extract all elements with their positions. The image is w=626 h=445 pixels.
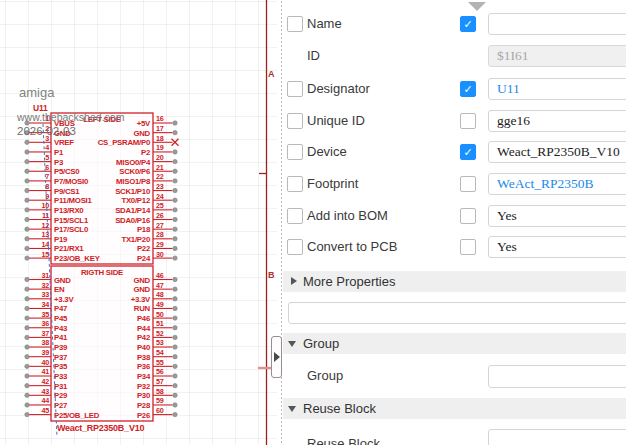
svg-text:P18: P18 xyxy=(137,225,151,234)
svg-text:39: 39 xyxy=(42,348,50,357)
more-properties-section-header[interactable]: More Properties xyxy=(283,271,626,292)
designator-field[interactable]: U11 xyxy=(488,78,626,100)
svg-text:P11/MOSI1: P11/MOSI1 xyxy=(54,196,93,205)
svg-text:48: 48 xyxy=(156,290,164,299)
svg-text:23: 23 xyxy=(156,182,164,191)
convert-to-pcb-visible-checkbox[interactable] xyxy=(460,239,476,255)
device-visible-checkbox[interactable]: ✓ xyxy=(460,144,476,160)
group-field[interactable] xyxy=(488,365,626,388)
svg-text:58: 58 xyxy=(156,387,164,396)
footprint-field[interactable]: WeAct_RP2350B xyxy=(488,173,626,195)
canvas-date-text[interactable]: 2026-02-03 xyxy=(17,125,76,137)
svg-text:46: 46 xyxy=(156,271,164,280)
svg-text:29: 29 xyxy=(156,240,164,249)
convert-to-pcb-field[interactable]: Yes xyxy=(488,236,626,258)
svg-text:SDA0/P16: SDA0/P16 xyxy=(115,216,151,225)
svg-text:54: 54 xyxy=(156,348,164,357)
svg-text:6: 6 xyxy=(45,163,49,172)
designator-visible-checkbox[interactable]: ✓ xyxy=(460,81,476,97)
svg-text:4: 4 xyxy=(45,143,49,152)
name-label: Name xyxy=(307,13,342,35)
extra-properties-field[interactable] xyxy=(288,302,626,324)
group-section-header[interactable]: Group xyxy=(283,333,626,354)
schematic-canvas-svg[interactable]: ABLEFT SIDE1VBUS2GND3VREF4P15P36P5/CS07P… xyxy=(0,0,277,445)
expanded-triangle-icon xyxy=(288,406,296,412)
svg-text:SDA1/P14: SDA1/P14 xyxy=(115,206,151,215)
footprint-label: Footprint xyxy=(307,173,358,195)
svg-text:P28: P28 xyxy=(137,401,151,410)
svg-text:P7/MOSI0: P7/MOSI0 xyxy=(54,177,89,186)
convert-to-pcb-label: Convert to PCB xyxy=(307,236,397,258)
device-select-checkbox[interactable] xyxy=(287,144,303,160)
svg-text:P15/SCL1: P15/SCL1 xyxy=(54,216,89,225)
svg-text:P1: P1 xyxy=(54,148,64,157)
footprint-visible-checkbox[interactable] xyxy=(460,176,476,192)
svg-text:P46: P46 xyxy=(137,314,151,323)
svg-text:43: 43 xyxy=(42,387,50,396)
svg-text:P36: P36 xyxy=(137,362,151,371)
designator-select-checkbox[interactable] xyxy=(287,81,303,97)
svg-text:P38: P38 xyxy=(137,353,151,362)
unique-id-visible-checkbox[interactable] xyxy=(460,113,476,129)
reuse-block-section-header[interactable]: Reuse Block xyxy=(283,398,626,419)
canvas-url-text[interactable]: www.thebackshed.com xyxy=(16,111,125,123)
svg-text:20: 20 xyxy=(156,153,164,162)
svg-text:P23/OB_KEY: P23/OB_KEY xyxy=(54,254,101,263)
reuse-block-field[interactable] xyxy=(488,429,626,445)
svg-text:28: 28 xyxy=(156,230,164,239)
svg-text:35: 35 xyxy=(42,310,50,319)
svg-text:EN: EN xyxy=(54,285,65,294)
svg-text:P40: P40 xyxy=(137,343,151,352)
section-title[interactable]: RIGTH SIDE xyxy=(81,268,123,277)
device-field[interactable]: Weact_RP2350B_V10 xyxy=(488,141,626,163)
add-into-bom-field[interactable]: Yes xyxy=(488,205,626,227)
svg-text:P34: P34 xyxy=(137,372,151,381)
svg-text:30: 30 xyxy=(156,250,164,259)
schematic-canvas[interactable]: ABLEFT SIDE1VBUS2GND3VREF4P15P36P5/CS07P… xyxy=(0,0,277,445)
svg-text:32: 32 xyxy=(42,281,50,290)
svg-text:TX1/P20: TX1/P20 xyxy=(121,235,151,244)
svg-text:P9/CS1: P9/CS1 xyxy=(54,187,80,196)
svg-text:P26: P26 xyxy=(137,411,151,420)
property-row-name: Name ✓ xyxy=(283,13,626,35)
svg-text:P35: P35 xyxy=(54,362,68,371)
name-visible-checkbox[interactable]: ✓ xyxy=(460,16,476,32)
svg-text:GND: GND xyxy=(133,129,150,138)
unique-id-select-checkbox[interactable] xyxy=(287,113,303,129)
property-row-convert-to-pcb: Convert to PCB Yes xyxy=(283,236,626,258)
component-device-text[interactable]: Weact_RP2350B_V10 xyxy=(57,423,144,433)
svg-text:52: 52 xyxy=(156,329,164,338)
svg-text:22: 22 xyxy=(156,172,164,181)
name-select-checkbox[interactable] xyxy=(287,16,303,32)
svg-text:P29: P29 xyxy=(54,391,68,400)
properties-panel: Name ✓ ID $1I61 Designator ✓ U11 Unique … xyxy=(283,0,626,445)
unique-id-label: Unique ID xyxy=(307,110,365,132)
id-label: ID xyxy=(307,45,320,67)
group-section-label: Group xyxy=(303,336,339,351)
svg-text:19: 19 xyxy=(156,143,164,152)
svg-text:P5/CS0: P5/CS0 xyxy=(54,167,80,176)
unique-id-field[interactable]: gge16 xyxy=(488,110,626,132)
svg-text:10: 10 xyxy=(42,201,50,210)
property-row-unique-id: Unique ID gge16 xyxy=(283,110,626,132)
svg-text:P13/RX0: P13/RX0 xyxy=(54,206,84,215)
svg-text:P43: P43 xyxy=(54,324,68,333)
group-label: Group xyxy=(307,365,343,387)
svg-text:34: 34 xyxy=(42,300,50,309)
svg-text:VREF: VREF xyxy=(54,138,74,147)
canvas-note-text[interactable]: amiga xyxy=(19,85,55,100)
add-into-bom-visible-checkbox[interactable] xyxy=(460,208,476,224)
name-field[interactable] xyxy=(488,13,626,35)
svg-text:P39: P39 xyxy=(54,343,68,352)
property-row-footprint: Footprint WeAct_RP2350B xyxy=(283,173,626,195)
svg-text:GND: GND xyxy=(133,276,150,285)
add-into-bom-select-checkbox[interactable] xyxy=(287,208,303,224)
svg-text:27: 27 xyxy=(156,221,164,230)
chevron-down-icon xyxy=(468,2,486,11)
svg-text:17: 17 xyxy=(156,124,164,133)
svg-text:33: 33 xyxy=(42,290,50,299)
svg-text:P41: P41 xyxy=(54,333,68,342)
footprint-select-checkbox[interactable] xyxy=(287,176,303,192)
panel-collapse-handle[interactable] xyxy=(271,336,282,378)
convert-to-pcb-select-checkbox[interactable] xyxy=(287,239,303,255)
